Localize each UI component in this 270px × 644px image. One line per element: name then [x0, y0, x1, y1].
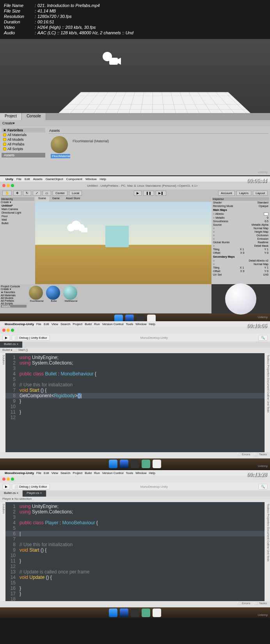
menu-project[interactable]: Project [73, 322, 82, 326]
code-area-4[interactable]: 1using UnityEngine;2using System.Collect… [5, 502, 265, 601]
run-button[interactable]: ▶ [2, 335, 10, 341]
scene-name[interactable]: Untitled* [1, 204, 34, 207]
asset-floor-material[interactable]: FloorMaterial [29, 286, 44, 312]
minimize-button[interactable] [7, 184, 10, 187]
line-text[interactable]: } [20, 409, 265, 415]
code-line[interactable]: 5 [5, 525, 265, 531]
tasks-pad[interactable]: ⬜ Tasks [254, 453, 267, 458]
offset-y[interactable]: Y 0 [265, 251, 268, 254]
tree-item-2-3[interactable]: All Scripts [1, 302, 27, 305]
menu-gameobject[interactable]: GameObject [46, 177, 63, 181]
code-line[interactable]: 4public class Bullet : MonoBehaviour { [5, 371, 265, 377]
line-text[interactable] [20, 596, 265, 602]
line-text[interactable]: public class Player : MonoBehaviour { [20, 520, 265, 525]
tree-item-2-2[interactable]: All Prefabs [1, 299, 27, 302]
offset-x[interactable]: X 0 [240, 251, 245, 254]
dock-monodevelop-icon[interactable] [142, 609, 150, 617]
line-text[interactable] [20, 536, 265, 542]
tiling-x[interactable]: X 1 [240, 248, 244, 251]
dock-trash-icon[interactable] [153, 609, 161, 617]
dock-monodevelop-icon[interactable] [142, 460, 150, 468]
menu-version-control[interactable]: Version Control [102, 471, 124, 475]
menu-component[interactable]: Component [66, 177, 82, 181]
menu-edit[interactable]: Edit [44, 322, 49, 326]
pad-document-outline[interactable]: Document Outline [267, 527, 270, 549]
line-text[interactable] [20, 580, 265, 586]
sidebar-solution-4[interactable]: Solution [0, 502, 5, 601]
code-line[interactable]: 2using System.Collections; [5, 360, 265, 366]
create-2[interactable]: Create ▾ [1, 288, 27, 291]
line-text[interactable] [20, 415, 265, 420]
center-toggle[interactable]: Center [53, 191, 68, 196]
layout-dropdown[interactable]: Layout [253, 191, 268, 196]
tab-bullet-cs[interactable]: Bullet.cs × [0, 341, 23, 348]
tiling2-y[interactable]: Y 1 [265, 266, 268, 269]
menu-window[interactable]: Window [85, 177, 96, 181]
line-text[interactable] [20, 564, 265, 569]
pad-properties[interactable]: Properties [267, 365, 270, 377]
tab-project-2[interactable]: Project [1, 285, 9, 288]
offset2-y[interactable]: Y 0 [265, 270, 268, 272]
layers-dropdown[interactable]: Layers [236, 191, 251, 196]
rect-tool[interactable]: ▭ [43, 191, 51, 196]
uvset-value[interactable]: UV0 [263, 273, 268, 276]
code-line[interactable]: 13 // Update is called once per frame [5, 569, 265, 575]
line-text[interactable]: GetComponent<Rigidbody>()| [20, 393, 265, 398]
smoothness-value[interactable]: 0.5 [265, 220, 268, 223]
line-text[interactable]: } [20, 591, 265, 596]
code-line[interactable]: 10 [5, 553, 265, 558]
hier-bullet[interactable]: Bullet [1, 221, 34, 225]
menu-monodevelop[interactable]: MonoDevelop-Unity [5, 322, 34, 326]
menu-unity[interactable]: Unity [5, 177, 13, 181]
height-map-row[interactable]: ○ Height Map [212, 230, 269, 234]
tree-all-models[interactable]: All Models [2, 137, 45, 142]
sidebar-solution[interactable]: Solution [0, 353, 5, 452]
code-line[interactable]: 11 } [5, 558, 265, 564]
menu-run[interactable]: Run [94, 322, 100, 326]
menu-assets[interactable]: Assets [33, 177, 43, 181]
close-button[interactable] [2, 329, 5, 332]
pad-toolbox[interactable]: Toolbox [267, 355, 270, 364]
maximize-button[interactable] [11, 184, 14, 187]
tab-player-cs[interactable]: Player.cs × [23, 490, 46, 497]
global-illum-value[interactable]: Realtime [258, 241, 268, 244]
line-text[interactable]: // Use this for initialization [20, 382, 265, 387]
menu-tools[interactable]: Tools [126, 471, 133, 475]
line-text[interactable] [20, 525, 265, 531]
menu-edit[interactable]: Edit [44, 471, 49, 475]
line-text[interactable]: } [20, 558, 265, 564]
pad-document-outline[interactable]: Document Outline [267, 378, 270, 400]
menu-run[interactable]: Run [94, 471, 100, 475]
menu-build[interactable]: Build [85, 471, 92, 475]
hier-directional-light[interactable]: Directional Light [1, 211, 34, 214]
step-button[interactable]: ▶❚ [156, 191, 166, 196]
line-text[interactable] [20, 377, 265, 382]
favorites-2[interactable]: ★ Favorites [1, 291, 27, 294]
detail-mask-row[interactable]: ○ Detail Mask [212, 244, 269, 248]
code-line[interactable]: 3 [5, 366, 265, 371]
menu-window[interactable]: Window [135, 322, 146, 326]
line-text[interactable] [20, 366, 265, 371]
debug-config[interactable]: ⬜ Debug | Unity Editor [12, 484, 50, 490]
tiling-y[interactable]: Y 1 [265, 248, 268, 251]
create-button[interactable]: Create [2, 121, 13, 125]
hier-wall[interactable]: Wall [1, 218, 34, 221]
dock-safari-icon[interactable] [120, 609, 128, 617]
code-line[interactable]: 5 [5, 377, 265, 382]
unity-scene-view[interactable] [0, 39, 270, 113]
line-text[interactable]: // Use this for initialization [20, 542, 265, 547]
menu-view[interactable]: View [52, 471, 58, 475]
tab-console-2[interactable]: Console [10, 285, 20, 288]
breadcrumb-4[interactable]: Player ▸ No selection [0, 497, 270, 502]
dock-unity-icon[interactable] [131, 460, 139, 468]
errors-pad[interactable]: ⬜ Errors [237, 453, 250, 458]
line-text[interactable]: void Update () { [20, 575, 265, 580]
menu-tools[interactable]: Tools [126, 322, 133, 326]
emission-row[interactable]: ○ Emission [212, 237, 269, 241]
code-line[interactable]: 7 [5, 536, 265, 542]
minimize-button[interactable] [7, 329, 10, 332]
code-line[interactable]: 11} [5, 409, 265, 415]
code-line[interactable]: 4public class Player : MonoBehaviour { [5, 520, 265, 525]
code-line[interactable]: 12 [5, 415, 265, 420]
hier-main-camera[interactable]: Main Camera [1, 207, 34, 211]
